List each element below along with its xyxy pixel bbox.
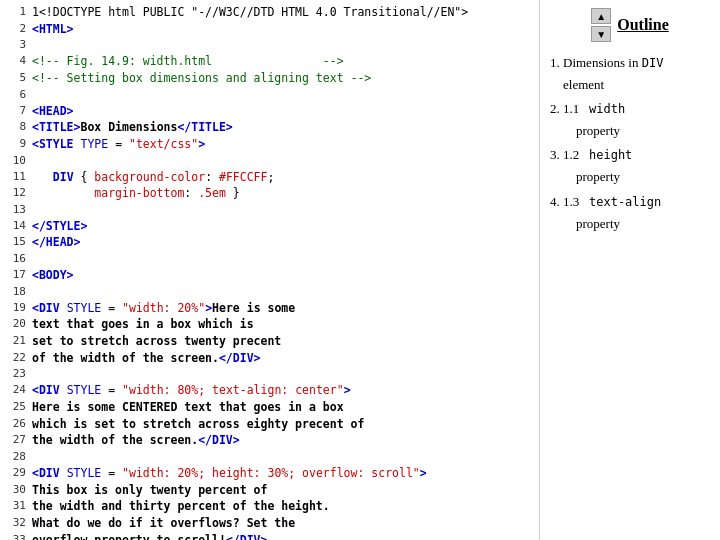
code-line: 13 [0,202,539,218]
outline-panel: ▲ ▼ Outline 1. Dimensions in DIV element… [540,0,720,540]
line-number: 31 [4,498,32,515]
code-line: 3 [0,37,539,53]
line-number: 32 [4,515,32,532]
code-line: 28 [0,449,539,465]
line-number: 22 [4,350,32,367]
line-content: DIV { background-color: #FFCCFF; [32,169,274,186]
code-line: 4<!-- Fig. 14.9: width.html --> [0,53,539,70]
line-content: <DIV STYLE = "width: 20%; height: 30%; o… [32,465,427,482]
line-number: 10 [4,153,32,169]
outline-num: 2. [550,101,563,116]
code-line: 11<!DOCTYPE html PUBLIC "-//W3C//DTD HTM… [0,4,539,21]
line-content: the width of the screen.</DIV> [32,432,240,449]
line-number: 6 [4,87,32,103]
line-number: 2 [4,21,32,38]
line-content: the width and thirty percent of the heig… [32,498,330,515]
code-line: 29<DIV STYLE = "width: 20%; height: 30%;… [0,465,539,482]
line-content: This box is only twenty percent of [32,482,267,499]
outline-nav-arrows[interactable]: ▲ ▼ [591,8,611,42]
code-line: 26which is set to stretch across eighty … [0,416,539,433]
outline-text: Dimensions in DIV element [550,55,663,92]
line-number: 27 [4,432,32,449]
scroll-down-button[interactable]: ▼ [591,26,611,42]
outline-title: Outline [617,16,669,34]
outline-num: 1. [550,55,563,70]
code-line: 31the width and thirty percent of the he… [0,498,539,515]
line-number: 25 [4,399,32,416]
line-number: 1 [4,4,32,21]
outline-code: width [589,102,625,116]
line-content: Here is some CENTERED text that goes in … [32,399,344,416]
line-number: 11 [4,169,32,186]
code-line: 11 DIV { background-color: #FFCCFF; [0,169,539,186]
line-content: <DIV STYLE = "width: 80%; text-align: ce… [32,382,351,399]
line-number: 21 [4,333,32,350]
line-content: <DIV STYLE = "width: 20%">Here is some [32,300,295,317]
code-line: 30This box is only twenty percent of [0,482,539,499]
outline-code: height [589,148,632,162]
code-line: 33overflow property to scroll!</DIV> [0,532,539,540]
line-content: </STYLE> [32,218,87,235]
line-number: 13 [4,202,32,218]
outline-item-4: 4. 1.3 text-align property [550,191,710,235]
line-content: margin-bottom: .5em } [32,185,240,202]
line-content: <BODY> [32,267,74,284]
code-line: 9<STYLE TYPE = "text/css"> [0,136,539,153]
line-number: 17 [4,267,32,284]
code-line: 6 [0,87,539,103]
line-content: <!-- Fig. 14.9: width.html --> [32,53,344,70]
line-number: 7 [4,103,32,120]
outline-num: 3. [550,147,563,162]
code-line: 5<!-- Setting box dimensions and alignin… [0,70,539,87]
line-number: 28 [4,449,32,465]
outline-list: 1. Dimensions in DIV element2. 1.1 width… [550,52,710,235]
line-number: 4 [4,53,32,70]
line-number: 26 [4,416,32,433]
outline-item-3: 3. 1.2 height property [550,144,710,188]
code-line: 7<HEAD> [0,103,539,120]
outline-text: 1.2 height property [550,147,632,184]
code-line: 27the width of the screen.</DIV> [0,432,539,449]
line-number: 15 [4,234,32,251]
line-content: What do we do if it overflows? Set the [32,515,295,532]
line-content: 1<!DOCTYPE html PUBLIC "-//W3C//DTD HTML… [32,4,468,21]
line-number: 9 [4,136,32,153]
code-line: 32What do we do if it overflows? Set the [0,515,539,532]
outline-code: text-align [589,195,661,209]
code-line: 20text that goes in a box which is [0,316,539,333]
code-panel: 11<!DOCTYPE html PUBLIC "-//W3C//DTD HTM… [0,0,540,540]
code-line: 12 margin-bottom: .5em } [0,185,539,202]
line-number: 14 [4,218,32,235]
line-content: overflow property to scroll!</DIV> [32,532,267,540]
line-content: which is set to stretch across eighty pr… [32,416,364,433]
line-number: 19 [4,300,32,317]
outline-code: DIV [642,56,664,70]
line-number: 30 [4,482,32,499]
line-number: 20 [4,316,32,333]
outline-num: 4. [550,194,563,209]
line-content: of the width of the screen.</DIV> [32,350,260,367]
line-content: <HTML> [32,21,74,38]
line-number: 24 [4,382,32,399]
code-line: 19<DIV STYLE = "width: 20%">Here is some [0,300,539,317]
scroll-up-button[interactable]: ▲ [591,8,611,24]
code-line: 25Here is some CENTERED text that goes i… [0,399,539,416]
line-content: text that goes in a box which is [32,316,254,333]
line-number: 5 [4,70,32,87]
code-line: 18 [0,284,539,300]
line-number: 8 [4,119,32,136]
outline-item-2: 2. 1.1 width property [550,98,710,142]
line-content: <HEAD> [32,103,74,120]
line-number: 12 [4,185,32,202]
line-number: 29 [4,465,32,482]
code-line: 24<DIV STYLE = "width: 80%; text-align: … [0,382,539,399]
line-number: 3 [4,37,32,53]
line-number: 33 [4,532,32,540]
code-line: 10 [0,153,539,169]
code-line: 8<TITLE>Box Dimensions</TITLE> [0,119,539,136]
line-number: 23 [4,366,32,382]
line-content: <STYLE TYPE = "text/css"> [32,136,205,153]
line-content: set to stretch across twenty precent [32,333,281,350]
line-number: 16 [4,251,32,267]
code-line: 16 [0,251,539,267]
